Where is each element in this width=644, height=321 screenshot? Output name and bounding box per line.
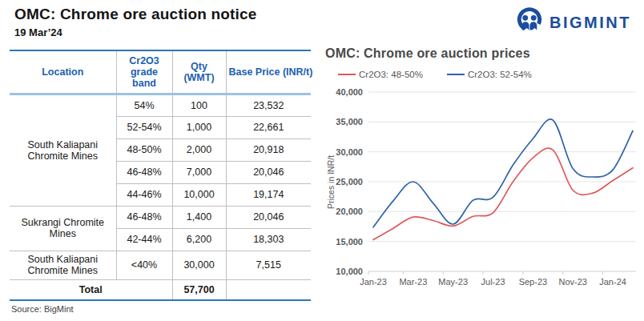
auction-table-head: LocationCr2O3 grade bandQty (WMT)Base Pr… xyxy=(10,50,311,94)
grade-cell: 52-54% xyxy=(116,116,172,138)
svg-text:30,000: 30,000 xyxy=(336,147,363,157)
svg-text:40,000: 40,000 xyxy=(336,87,363,97)
price-line-chart: 10,00015,00020,00025,00030,00035,00040,0… xyxy=(325,79,641,300)
grade-cell: 44-46% xyxy=(116,183,172,206)
location-cell: Sukrangi Chromite Mines xyxy=(10,206,116,251)
legend-item: Cr2O3: 48-50% xyxy=(338,70,423,79)
qty-cell: 1,400 xyxy=(172,206,226,228)
svg-text:Mar-23: Mar-23 xyxy=(399,277,427,287)
auction-table-body: South Kaliapani Chromite Mines54%10023,5… xyxy=(10,94,311,300)
svg-text:20,000: 20,000 xyxy=(336,207,363,216)
table-row: South Kaliapani Chromite Mines<40%30,000… xyxy=(10,251,311,279)
notice-date: 19 Mar’24 xyxy=(14,26,257,38)
legend-line-swatch xyxy=(447,74,465,75)
legend-line-swatch xyxy=(338,74,356,75)
base-price-cell: 20,046 xyxy=(226,161,311,183)
svg-text:Jan-23: Jan-23 xyxy=(360,277,387,287)
legend-label: Cr2O3: 48-50% xyxy=(359,70,423,79)
auction-table-wrap: LocationCr2O3 grade bandQty (WMT)Base Pr… xyxy=(10,50,311,301)
base-price-cell: 18,303 xyxy=(226,228,311,251)
qty-cell: 1,000 xyxy=(172,116,226,138)
svg-text:10,000: 10,000 xyxy=(336,267,363,276)
chart-legend: Cr2O3: 48-50%Cr2O3: 52-54% xyxy=(338,70,641,79)
svg-text:Jan-24: Jan-24 xyxy=(599,277,626,287)
base-price-cell: 7,515 xyxy=(226,251,311,279)
qty-cell: 7,000 xyxy=(172,161,226,183)
total-row: Total57,700 xyxy=(10,279,311,300)
table-row: South Kaliapani Chromite Mines54%10023,5… xyxy=(10,94,311,116)
location-cell: South Kaliapani Chromite Mines xyxy=(10,94,116,206)
qty-cell: 30,000 xyxy=(172,251,226,279)
svg-text:Nov-23: Nov-23 xyxy=(558,277,586,287)
legend-item: Cr2O3: 52-54% xyxy=(447,70,532,79)
base-price-cell: 23,532 xyxy=(226,94,311,116)
source-note: Source: BigMint xyxy=(11,304,74,314)
bigmint-logo: BIGMINT xyxy=(515,7,631,38)
svg-text:15,000: 15,000 xyxy=(336,237,363,247)
base-price-cell: 19,174 xyxy=(226,183,311,206)
svg-text:25,000: 25,000 xyxy=(336,177,363,187)
chart-title: OMC: Chrome ore auction prices xyxy=(325,46,641,61)
legend-label: Cr2O3: 52-54% xyxy=(468,70,532,79)
svg-text:Prices in INR/t: Prices in INR/t xyxy=(326,155,336,209)
table-header-cell: Location xyxy=(10,50,116,94)
grade-cell: 46-48% xyxy=(116,206,172,228)
base-price-cell: 20,918 xyxy=(226,138,311,161)
total-qty-cell: 57,700 xyxy=(172,279,226,300)
total-base-price-cell xyxy=(226,279,311,300)
grade-cell: <40% xyxy=(116,251,172,279)
auction-notice-page: OMC: Chrome ore auction notice 19 Mar’24… xyxy=(0,0,644,321)
grade-cell: 42-44% xyxy=(116,228,172,251)
location-cell: South Kaliapani Chromite Mines xyxy=(10,251,116,279)
table-header-cell: Cr2O3 grade band xyxy=(116,50,172,94)
table-row: Sukrangi Chromite Mines46-48%1,40020,046 xyxy=(10,206,311,228)
total-label-cell: Total xyxy=(10,279,172,300)
bigmint-logo-icon xyxy=(515,7,544,38)
qty-cell: 2,000 xyxy=(172,138,226,161)
svg-text:May-23: May-23 xyxy=(438,277,468,287)
svg-text:35,000: 35,000 xyxy=(336,117,363,126)
svg-text:Jul-23: Jul-23 xyxy=(481,277,505,287)
page-title: OMC: Chrome ore auction notice xyxy=(14,6,257,23)
bigmint-wordmark: BIGMINT xyxy=(549,14,631,32)
table-header-cell: Qty (WMT) xyxy=(172,50,226,94)
qty-cell: 6,200 xyxy=(172,228,226,251)
base-price-cell: 20,046 xyxy=(226,206,311,228)
base-price-cell: 22,661 xyxy=(226,116,311,138)
svg-text:Sep-23: Sep-23 xyxy=(519,277,547,287)
grade-cell: 46-48% xyxy=(116,161,172,183)
qty-cell: 10,000 xyxy=(172,183,226,206)
grade-cell: 48-50% xyxy=(116,138,172,161)
page-header: OMC: Chrome ore auction notice 19 Mar’24 xyxy=(14,6,257,38)
price-chart-panel: OMC: Chrome ore auction prices Cr2O3: 48… xyxy=(325,46,641,303)
qty-cell: 100 xyxy=(172,94,226,116)
auction-table: LocationCr2O3 grade bandQty (WMT)Base Pr… xyxy=(10,50,311,301)
grade-cell: 54% xyxy=(116,94,172,116)
table-header-cell: Base Price (INR/t) xyxy=(226,50,311,94)
